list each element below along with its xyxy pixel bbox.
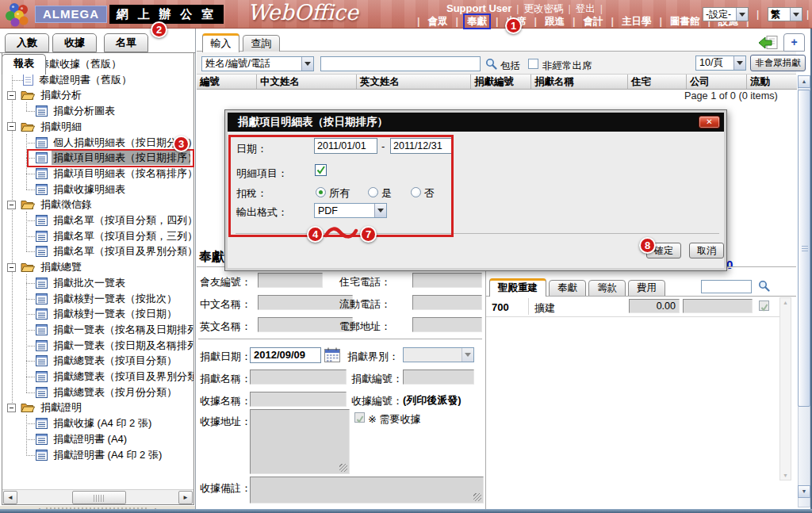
tree-item-label[interactable]: 捐獻證明書 (A4)	[52, 432, 128, 446]
tree-folder[interactable]: 捐獻總覽	[2, 259, 193, 275]
column-header-捐獻名稱[interactable]: 捐獻名稱	[531, 75, 628, 89]
tree-item-label[interactable]: 捐獻核對一覽表（按批次）	[52, 292, 178, 306]
scrollbar-thumb[interactable]	[798, 90, 810, 407]
irregular-attendance-checkbox[interactable]	[528, 59, 538, 69]
scroll-down-icon[interactable]: ▼	[780, 473, 791, 478]
user-link-1[interactable]: 更改密碼	[524, 3, 564, 14]
tree-item[interactable]: 捐獻總覽表（按月份分類）	[2, 385, 193, 400]
sidebar-tab-報表[interactable]: 報表	[2, 54, 46, 75]
tree-folder[interactable]: 捐獻證明	[2, 400, 193, 415]
page-size-select[interactable]: 10/頁	[695, 56, 746, 71]
cancel-button[interactable]: 取消	[689, 243, 724, 258]
column-header-住宅[interactable]: 住宅	[628, 75, 687, 89]
chevron-down-icon[interactable]	[790, 8, 802, 21]
tree-expander-icon[interactable]	[7, 201, 16, 209]
scroll-left-icon[interactable]: ◄	[3, 491, 17, 504]
chevron-down-icon[interactable]	[733, 56, 745, 70]
tree-item-label[interactable]: 捐獻總覽表（按月份分類）	[52, 385, 178, 400]
tree-item[interactable]: 捐獻證明書 (A4 印 2 張)	[2, 447, 193, 463]
donation-date-input[interactable]: 2012/09/09	[250, 347, 321, 363]
tree-item[interactable]: 捐獻總覽表（按項目分類）	[2, 353, 193, 369]
language-select[interactable]: 繁	[768, 7, 802, 21]
tree-expander-icon[interactable]	[7, 122, 16, 131]
tree-item[interactable]: 捐獻名單（按項目分類，四列）	[2, 212, 193, 228]
tree-item[interactable]: 捐獻一覽表（按名稱及日期排列）	[2, 322, 193, 338]
column-header-公司[interactable]: 公司	[687, 75, 747, 89]
menu-item-會計[interactable]: 會計	[580, 16, 607, 27]
tree-item-label[interactable]: 捐獻分析	[39, 88, 83, 102]
panel-tab-費用[interactable]: 費用	[628, 280, 665, 297]
scroll-right-icon[interactable]: ►	[178, 491, 193, 504]
settings-select[interactable]: -設定-	[703, 7, 749, 21]
user-link-2[interactable]: 登出	[576, 3, 596, 14]
tree-item-label[interactable]: 捐獻證明	[39, 400, 83, 415]
column-header-英文姓名[interactable]: 英文姓名	[357, 75, 471, 89]
sidebar-tab-入數[interactable]: 入數	[5, 33, 49, 52]
tree-item[interactable]: 捐獻名單（按項目及界別分類）	[2, 243, 193, 259]
chevron-down-icon[interactable]	[736, 8, 748, 21]
tree-item-label[interactable]: 捐獻一覽表（按日期及名稱排列）	[52, 339, 193, 353]
tree-item[interactable]: 捐獻收據 (A4 印 2 張)	[2, 415, 193, 431]
tree-item-label[interactable]: 捐獻收據 (A4 印 2 張)	[52, 416, 153, 431]
tree-folder[interactable]: 捐獻徵信錄	[2, 197, 193, 212]
panel-tab-籌款[interactable]: 籌款	[588, 280, 626, 297]
tree-item-label[interactable]: 捐獻總覽表（按項目分類）	[52, 354, 178, 368]
scroll-down-icon[interactable]: ▼	[798, 485, 810, 498]
search-input[interactable]	[320, 56, 481, 71]
tree-folder[interactable]: 捐獻分析	[2, 87, 193, 103]
tree-item[interactable]: 捐獻證明書 (A4)	[2, 431, 193, 447]
tree-item-label[interactable]: 捐獻名單（按項目分類，三列）	[52, 229, 193, 243]
tree-item-label[interactable]: 捐獻收據明細表	[52, 182, 127, 197]
tree-expander-icon[interactable]	[7, 404, 16, 412]
tree-item[interactable]: 捐獻總覽表（按項目及界別分類）	[2, 369, 193, 385]
tree-item[interactable]: 捐獻一覽表（按日期及名稱排列）	[2, 338, 193, 354]
tree-item-label[interactable]: 奉獻收據（舊版）	[37, 57, 123, 71]
tree-item-label[interactable]: 奉獻證明書（舊版）	[37, 73, 133, 87]
fund-list-scrollbar[interactable]: ▲▼	[779, 297, 791, 480]
menu-item-會眾[interactable]: 會眾	[425, 16, 451, 27]
tree-item[interactable]: 個人捐獻明細表（按日期分類）	[2, 135, 193, 151]
dialog-titlebar[interactable]: 捐獻項目明細表（按日期排序） ✕	[228, 113, 724, 132]
tree-expander-icon[interactable]	[7, 263, 16, 272]
tree-item-label[interactable]: 捐獻徵信錄	[39, 197, 94, 212]
tree-item-label[interactable]: 捐獻批次一覽表	[52, 276, 127, 290]
close-icon[interactable]: ✕	[699, 116, 720, 128]
menu-item-奉獻[interactable]: 奉獻	[463, 13, 491, 29]
search-field-select[interactable]: 姓名/編號/電話	[201, 56, 314, 71]
column-header-流動[interactable]: 流動	[747, 75, 797, 89]
scroll-up-icon[interactable]: ▲	[798, 75, 810, 88]
tree-item-label[interactable]: 捐獻明細	[39, 120, 83, 134]
add-tab-button[interactable]: +	[783, 33, 805, 52]
tree-folder[interactable]: 捐獻明細	[2, 119, 193, 135]
tree-item-label[interactable]: 捐獻總覽表（按項目及界別分類）	[52, 369, 193, 384]
scroll-up-icon[interactable]: ▲	[780, 300, 791, 305]
tree-item[interactable]: 捐獻核對一覽表（按日期）	[2, 306, 193, 322]
menu-item-圖書館[interactable]: 圖書館	[667, 16, 703, 27]
main-tab-查詢[interactable]: 查詢	[243, 35, 280, 52]
calendar-icon[interactable]	[324, 347, 340, 366]
sidebar-horizontal-scrollbar[interactable]: ◄ ►	[2, 489, 193, 504]
panel-tab-聖殿重建[interactable]: 聖殿重建	[489, 278, 546, 297]
chevron-down-icon[interactable]	[301, 57, 313, 71]
tree-item[interactable]: 捐獻名單（按項目分類，三列）	[2, 228, 193, 244]
column-header-中文姓名[interactable]: 中文姓名	[257, 75, 357, 89]
fund-amount-field[interactable]: 0.00	[629, 299, 680, 313]
tree-item[interactable]: 捐獻批次一覽表	[2, 275, 193, 291]
fund-search-input[interactable]	[701, 280, 752, 293]
menu-item-跟進[interactable]: 跟進	[542, 16, 568, 27]
column-header-編號[interactable]: 編號	[197, 75, 257, 89]
tree-item-label[interactable]: 捐獻名單（按項目分類，四列）	[52, 213, 193, 228]
column-header-捐獻編號[interactable]: 捐獻編號	[471, 75, 531, 89]
tree-item[interactable]: 捐獻分析圖表	[2, 103, 193, 119]
tree-expander-icon[interactable]	[7, 91, 16, 100]
main-tab-輸入[interactable]: 輸入	[202, 33, 239, 52]
tree-item-label[interactable]: 捐獻名單（按項目及界別分類）	[52, 244, 193, 258]
sidebar-tab-收據[interactable]: 收據	[52, 33, 97, 52]
tree-item-label[interactable]: 捐獻一覽表（按名稱及日期排列）	[52, 323, 193, 337]
tree-item-label[interactable]: 捐獻分析圖表	[52, 104, 117, 118]
back-to-list-icon[interactable]	[758, 35, 779, 53]
scrollbar-thumb[interactable]	[72, 491, 126, 504]
tree-item[interactable]: 捐獻核對一覽表（按批次）	[2, 291, 193, 307]
search-icon[interactable]	[758, 280, 770, 295]
search-icon[interactable]	[485, 58, 497, 73]
